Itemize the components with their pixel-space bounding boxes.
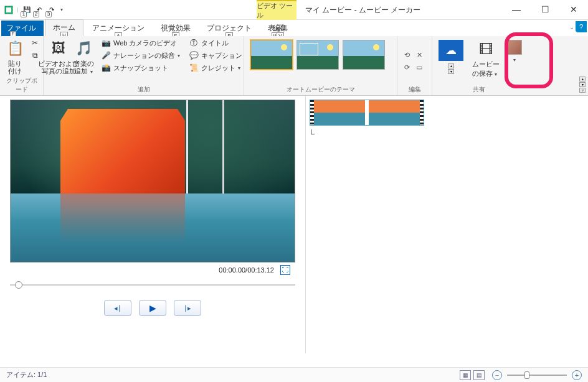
tab-animation[interactable]: アニメーションA (85, 21, 152, 36)
tab-file[interactable]: ファイルF (1, 21, 44, 36)
view-detail-icon[interactable]: ▤ (473, 370, 485, 380)
qat-undo-icon[interactable]: ↶2 (34, 5, 44, 15)
caption-icon: 💬 (189, 50, 199, 60)
zoom-in-button[interactable]: + (572, 370, 582, 380)
svg-rect-1 (6, 7, 11, 12)
ribbon-collapse-icon[interactable]: ⌄ (569, 24, 574, 30)
webcam-button[interactable]: 📷Web カメラのビデオ (100, 37, 181, 49)
title-button[interactable]: Ⓣタイトル (187, 37, 244, 49)
help-icon[interactable]: ? (576, 21, 587, 32)
rotate-right-icon[interactable]: ⟳ (401, 62, 412, 73)
film-save-icon: 🎞 (476, 40, 496, 60)
caption-button[interactable]: 💬キャプション (187, 50, 244, 61)
select-all-icon[interactable]: ▭ (414, 62, 425, 73)
theme-thumb-2[interactable] (296, 40, 339, 70)
seek-thumb[interactable] (15, 281, 22, 289)
close-button[interactable]: ✕ (559, 0, 588, 19)
contextual-tab-video-tools[interactable]: ビデオ ツール (257, 0, 296, 20)
qat-customize-icon[interactable]: ▾ (60, 7, 63, 12)
tab-home[interactable]: ホームH (45, 19, 83, 36)
cut-button[interactable]: ✂ (29, 37, 41, 49)
view-thumb-icon[interactable]: ▦ (460, 370, 471, 380)
next-frame-button[interactable]: ∣▸ (174, 300, 201, 316)
title-bar: 💾1 ↶2 ↷3 ▾ ビデオ ツール マイ ムービー - ムービー メーカー —… (0, 0, 588, 20)
webcam-icon: 📷 (101, 38, 111, 48)
music-note-icon: 🎵 (74, 39, 93, 58)
window-title: マイ ムービー - ムービー メーカー (305, 5, 420, 16)
snapshot-button[interactable]: 📸スナップショット (100, 62, 181, 73)
ribbon: 📋 貼り 付け ✂ ⧉ クリップボード 🖼 ビデオおよび 写真の追加 🎵 音楽の… (0, 36, 588, 96)
minimize-button[interactable]: — (502, 0, 531, 19)
play-button[interactable]: ▶ (139, 300, 166, 316)
tab-visual-effects[interactable]: 視覚効果E (153, 21, 198, 36)
group-edit: ⟲ ✕ ⟳ ▭ 編集 (397, 36, 432, 95)
zoom-control: − + (492, 370, 582, 380)
save-movie-button[interactable]: 🎞 ムービー の保存 ▾ (468, 37, 503, 81)
camera-icon: 📸 (101, 63, 111, 73)
clipboard-icon: 📋 (5, 39, 25, 58)
seek-bar[interactable] (10, 280, 295, 290)
ribbon-tabs: ファイルF ホームH アニメーションA 視覚効果E プロジェクトP 表示W 編集… (0, 20, 588, 36)
onedrive-icon[interactable]: ☁ (439, 40, 463, 61)
timeline-clip[interactable] (310, 100, 424, 126)
time-display: 00:00.00/00:13.12 (219, 266, 274, 274)
status-bar: アイテム: 1/1 ▦ ▤ − + (0, 367, 588, 382)
timeline-pane[interactable] (305, 96, 588, 353)
theme-thumb-3[interactable] (343, 40, 385, 70)
app-icon[interactable] (4, 5, 14, 15)
preview-pane: 00:00.00/00:13.12 ⛶ ◂∣ ▶ ∣▸ (0, 96, 305, 353)
fullscreen-icon[interactable]: ⛶ (280, 265, 290, 275)
paste-button[interactable]: 📋 貼り 付け (4, 37, 26, 77)
group-add: 🖼 ビデオおよび 写真の追加 🎵 音楽の 追加 ▾ 📷Web カメラのビデオ 🎤… (44, 36, 244, 95)
signin-avatar[interactable] (507, 40, 522, 55)
prev-frame-button[interactable]: ◂∣ (104, 300, 131, 316)
content-area: 00:00.00/00:13.12 ⛶ ◂∣ ▶ ∣▸ (0, 96, 588, 353)
add-video-photo-button[interactable]: 🖼 ビデオおよび 写真の追加 (47, 37, 70, 85)
tab-edit[interactable]: 編集V (265, 21, 295, 36)
delete-icon[interactable]: ✕ (414, 50, 425, 61)
credit-icon: 📜 (189, 63, 199, 73)
group-clipboard: 📋 貼り 付け ✂ ⧉ クリップボード (0, 36, 44, 95)
text-icon: Ⓣ (189, 38, 199, 48)
theme-thumb-1[interactable] (250, 40, 293, 70)
qat-redo-icon[interactable]: ↷3 (47, 5, 57, 15)
zoom-out-button[interactable]: − (492, 370, 502, 380)
photo-video-icon: 🖼 (49, 39, 69, 58)
microphone-icon: 🎤 (101, 50, 111, 60)
zoom-slider[interactable] (507, 375, 567, 376)
theme-gallery-more[interactable]: ▴▾▿ (579, 77, 586, 93)
scissors-icon: ✂ (30, 38, 40, 48)
quick-access-toolbar: 💾1 ↶2 ↷3 ▾ (0, 5, 63, 15)
playhead[interactable] (311, 129, 315, 134)
group-share: ☁ ▴▾ 🎞 ムービー の保存 ▾ ▾ 共有 (432, 36, 526, 95)
qat-save-icon[interactable]: 💾1 (22, 5, 32, 15)
preview-frame[interactable] (10, 100, 295, 263)
maximize-button[interactable]: ☐ (531, 0, 559, 19)
add-music-button[interactable]: 🎵 音楽の 追加 ▾ (72, 37, 95, 85)
credit-button[interactable]: 📜クレジット ▾ (187, 62, 244, 73)
copy-icon: ⧉ (30, 50, 40, 60)
status-items: アイテム: 1/1 (6, 370, 47, 380)
rotate-left-icon[interactable]: ⟲ (401, 50, 412, 61)
tab-project[interactable]: プロジェクトP (199, 21, 259, 36)
group-themes: ▴▾▿ オートムービーのテーマ (244, 36, 397, 95)
narration-button[interactable]: 🎤ナレーションの録音 ▾ (100, 50, 181, 61)
